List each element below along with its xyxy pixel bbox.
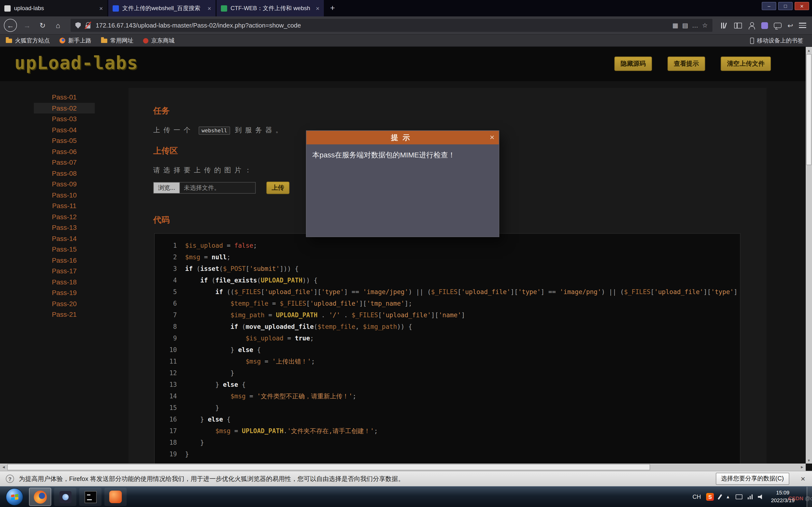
sidebar-item-pass[interactable]: Pass-02 — [34, 103, 95, 113]
reader-mode-icon[interactable]: ▤ — [682, 22, 688, 29]
header-action-button[interactable]: 清空上传文件 — [721, 56, 771, 71]
bookmark-star-icon[interactable]: ☆ — [702, 22, 708, 29]
undo-icon[interactable]: ↩ — [788, 21, 793, 29]
taskbar-app-button[interactable] — [54, 488, 77, 506]
home-button[interactable]: ⌂ — [51, 18, 65, 32]
account-icon[interactable] — [748, 21, 756, 29]
library-icon[interactable] — [720, 22, 729, 29]
sidebar-item-pass[interactable]: Pass-12 — [34, 211, 95, 222]
url-bar[interactable]: 172.16.67.143/upload-labs-master/Pass-02… — [70, 19, 713, 32]
mobile-bookmarks-button[interactable]: 移动设备上的书签 — [750, 37, 806, 45]
sidebar-item-pass[interactable]: Pass-17 — [34, 266, 95, 276]
line-number: 10 — [160, 344, 185, 356]
tab-close-icon[interactable]: × — [208, 5, 211, 12]
bookmark-item[interactable]: 火狐官方站点 — [6, 37, 50, 45]
sidebar-item-pass[interactable]: Pass-19 — [34, 287, 95, 298]
browser-tab[interactable]: CTF-WEB：文件上传和 websh × — [216, 0, 324, 16]
new-tab-button[interactable]: + — [325, 0, 340, 16]
tab-list: upload-labs × 文件上传的webshell_百度搜索 × CTF-W… — [0, 0, 325, 16]
chat-icon[interactable] — [774, 23, 782, 28]
start-button[interactable] — [6, 488, 23, 506]
upload-button[interactable]: 上传 — [266, 181, 290, 194]
navigation-toolbar: ← → ↻ ⌂ 172.16.67.143/upload-labs-master… — [0, 16, 812, 35]
sidebar-item-pass[interactable]: Pass-20 — [34, 298, 95, 309]
tab-close-icon[interactable]: × — [316, 5, 319, 12]
display-icon[interactable] — [735, 495, 742, 499]
browser-tab[interactable]: upload-labs × — [0, 0, 107, 16]
pen-icon[interactable] — [718, 494, 722, 500]
sogou-ime-icon[interactable]: S — [706, 493, 714, 501]
taskbar-cmd-button[interactable] — [79, 488, 101, 506]
taskbar-firefox-button[interactable] — [29, 488, 51, 506]
network-icon[interactable] — [748, 495, 753, 499]
sidebar-item-pass[interactable]: Pass-15 — [34, 244, 95, 255]
horizontal-scrollbar[interactable]: ◄ ► — [0, 463, 806, 471]
ime-language-indicator[interactable]: CH — [693, 494, 701, 500]
horizontal-scrollbar-thumb[interactable] — [7, 464, 650, 470]
toolbar-right-icons: ↩ — [718, 21, 808, 29]
sidebar-item-pass[interactable]: Pass-16 — [34, 255, 95, 266]
notification-close-icon[interactable]: × — [801, 474, 805, 483]
insecure-lock-icon[interactable] — [85, 21, 92, 29]
sidebar-item-pass[interactable]: Pass-06 — [34, 146, 95, 157]
page-viewport: upLoad-labs 隐藏源码 查看提示 清空上传文件 Pass-01 Pas… — [0, 47, 812, 471]
sidebar-item-pass[interactable]: Pass-21 — [34, 309, 95, 320]
sidebar-item-pass[interactable]: Pass-10 — [34, 189, 95, 201]
sidebar-item-pass[interactable]: Pass-05 — [34, 135, 95, 146]
scroll-left-arrow-icon[interactable]: ◄ — [0, 463, 7, 471]
sidebar-item-pass[interactable]: Pass-01 — [34, 92, 95, 103]
scroll-up-arrow-icon[interactable]: ▲ — [806, 47, 812, 54]
bookmark-list: 火狐官方站点 新手上路 常用网址 — [6, 37, 174, 45]
tracking-shield-icon[interactable] — [75, 22, 81, 29]
sidebar-item-pass[interactable]: Pass-13 — [34, 222, 95, 233]
sidebar-item-pass[interactable]: Pass-14 — [34, 233, 95, 244]
scroll-down-arrow-icon[interactable]: ▼ — [806, 457, 812, 463]
tray-expand-icon[interactable]: ▲ — [726, 495, 730, 499]
tab-favicon-icon — [4, 5, 11, 11]
watermark-user: @ove — [805, 495, 812, 501]
volume-icon[interactable] — [758, 494, 764, 500]
choose-data-button[interactable]: 选择您要分享的数据(C) — [716, 473, 789, 485]
vertical-scrollbar[interactable]: ▲ ▼ — [806, 47, 812, 463]
header-action-button[interactable]: 隐藏源码 — [614, 56, 652, 71]
tab-close-icon[interactable]: × — [99, 5, 103, 12]
upload-labs-logo: upLoad-labs — [14, 53, 138, 73]
file-input[interactable]: 浏览... 未选择文件。 — [153, 182, 256, 193]
line-number: 12 — [160, 368, 185, 379]
sidebar-item-pass[interactable]: Pass-07 — [34, 157, 95, 168]
browser-tab[interactable]: 文件上传的webshell_百度搜索 × — [108, 0, 215, 16]
sidebar-item-pass[interactable]: Pass-03 — [34, 113, 95, 124]
dialog-title-bar[interactable]: 提示 × — [306, 131, 499, 145]
window-maximize-button[interactable]: □ — [778, 2, 793, 10]
bookmark-item[interactable]: 新手上路 — [59, 37, 91, 45]
forward-button[interactable]: → — [20, 18, 34, 32]
qr-code-icon[interactable]: ▦ — [672, 22, 678, 29]
code-line: 14 $msg = '文件类型不正确，请重新上传！'; — [160, 391, 740, 402]
sidebar-item-pass[interactable]: Pass-18 — [34, 276, 95, 287]
vertical-scrollbar-thumb[interactable] — [806, 54, 812, 165]
menu-icon[interactable] — [799, 23, 806, 28]
sidebar-item-pass[interactable]: Pass-08 — [34, 168, 95, 179]
tab-favicon-icon — [113, 5, 119, 11]
reload-button[interactable]: ↻ — [36, 18, 49, 32]
header-action-button[interactable]: 查看提示 — [667, 56, 705, 71]
dialog-close-icon[interactable]: × — [490, 131, 495, 145]
webshell-code-chip: webshell — [199, 126, 230, 134]
watermark-brand: CSDN — [788, 495, 803, 501]
tab-favicon-icon — [221, 5, 227, 11]
sidebar-item-pass[interactable]: Pass-04 — [34, 124, 95, 135]
bookmark-item[interactable]: 常用网址 — [101, 37, 134, 45]
sidebar-toggle-icon[interactable] — [734, 22, 742, 28]
page-actions-icon[interactable]: … — [692, 22, 698, 29]
sidebar-item-pass[interactable]: Pass-11 — [34, 201, 95, 211]
scroll-right-arrow-icon[interactable]: ► — [799, 463, 806, 471]
extension-icon[interactable] — [761, 22, 768, 29]
url-text[interactable]: 172.16.67.143/upload-labs-master/Pass-02… — [96, 22, 668, 29]
window-minimize-button[interactable]: – — [762, 2, 776, 10]
bookmark-item[interactable]: 京东商城 — [143, 37, 174, 45]
taskbar-orange-app-button[interactable] — [104, 488, 126, 506]
sidebar-item-pass[interactable]: Pass-09 — [34, 179, 95, 189]
window-close-button[interactable]: × — [795, 2, 809, 10]
browse-button[interactable]: 浏览... — [154, 182, 180, 193]
back-button[interactable]: ← — [4, 19, 17, 32]
